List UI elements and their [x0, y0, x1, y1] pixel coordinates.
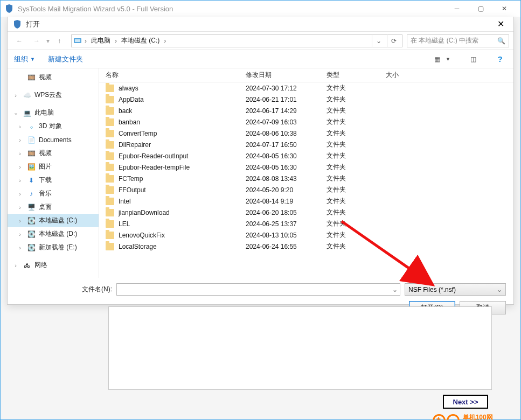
file-name: FCTemp	[119, 175, 143, 183]
file-row[interactable]: FCTemp2024-08-08 13:43文件夹	[99, 173, 513, 184]
folder-icon	[106, 186, 114, 194]
sidebar-item-drive-d[interactable]: ›💽本地磁盘 (D:)	[8, 227, 99, 241]
sidebar-item-videos[interactable]: 🎞️视频	[8, 71, 99, 84]
file-date: 2024-08-14 9:19	[239, 198, 320, 205]
sidebar-item-3dobjects[interactable]: ›⬦3D 对象	[8, 120, 99, 133]
file-row[interactable]: LenovoQuickFix2024-08-13 10:05文件夹	[99, 229, 513, 241]
file-name: back	[119, 107, 132, 115]
col-header-size[interactable]: 大小	[379, 71, 428, 80]
file-row[interactable]: jianpianDownload2024-06-20 18:05文件夹	[99, 207, 513, 218]
file-type: 文件夹	[320, 95, 379, 104]
file-date: 2024-06-24 16:55	[239, 243, 320, 250]
file-date: 2024-08-08 13:43	[239, 175, 320, 183]
file-row[interactable]: DllRepairer2024-07-17 16:50文件夹	[99, 139, 513, 150]
folder-icon	[106, 141, 114, 149]
file-type: 文件夹	[320, 242, 379, 251]
file-row[interactable]: LocalStorage2024-06-24 16:55文件夹	[99, 241, 513, 252]
new-folder-button[interactable]: 新建文件夹	[48, 54, 83, 64]
file-date: 2024-06-17 14:29	[239, 107, 320, 115]
folder-icon	[106, 175, 114, 183]
file-date: 2024-06-21 17:01	[239, 96, 320, 103]
chevron-down-icon: ⌄	[497, 286, 502, 293]
sidebar-item-downloads[interactable]: ›⬇下载	[8, 173, 99, 187]
file-date: 2024-06-20 18:05	[239, 209, 320, 216]
window-controls: ─ ▢ ✕	[445, 1, 516, 17]
sidebar-item-thispc[interactable]: ⌄💻此电脑	[8, 106, 99, 120]
file-row[interactable]: Epubor-Reader-outInput2024-08-05 16:30文件…	[99, 150, 513, 162]
folder-icon	[106, 220, 114, 228]
file-name: DllRepairer	[119, 141, 151, 149]
sidebar-item-drive-e[interactable]: ›💽新加载卷 (E:)	[8, 241, 99, 254]
search-input[interactable]: 在 本地磁盘 (C:) 中搜索 🔍	[407, 34, 509, 47]
file-row[interactable]: LEL2024-06-25 13:37文件夹	[99, 218, 513, 229]
file-date: 2024-08-13 10:05	[239, 232, 320, 239]
file-row[interactable]: FFOutput2024-05-20 9:20文件夹	[99, 184, 513, 195]
minimize-button[interactable]: ─	[445, 1, 469, 17]
column-headers: 名称 修改日期 类型 大小	[99, 68, 513, 82]
sidebar-item-desktop[interactable]: ›🖥️桌面	[8, 200, 99, 214]
close-button[interactable]: ✕	[492, 1, 516, 17]
sidebar-item-documents[interactable]: ›📄Documents	[8, 133, 99, 146]
sidebar-item-wps[interactable]: ›☁️WPS云盘	[8, 88, 99, 102]
location-dropdown[interactable]: ⌄	[372, 34, 385, 47]
filetype-select[interactable]: NSF Files (*.nsf)⌄	[405, 283, 506, 296]
organize-menu[interactable]: 组织▼	[14, 54, 35, 64]
folder-icon	[106, 198, 114, 205]
file-type: 文件夹	[320, 83, 379, 93]
outer-body: 打开 ✕ ← → ▾ ↑ › 此电脑 › 本地磁盘 (C:) › ⌄ ⟳	[1, 17, 520, 419]
file-row[interactable]: Intel2024-08-14 9:19文件夹	[99, 195, 513, 207]
file-name: LenovoQuickFix	[119, 232, 165, 239]
sidebar-item-network[interactable]: ›🖧网络	[8, 258, 99, 272]
file-date: 2024-05-20 9:20	[239, 186, 320, 194]
file-date: 2024-08-05 16:30	[239, 152, 320, 160]
preview-pane-button[interactable]: ◫	[466, 53, 480, 66]
below-area: Next >> 单机100网 danji100.com	[7, 306, 514, 419]
file-row[interactable]: ConvertTemp2024-08-06 10:38文件夹	[99, 128, 513, 139]
forward-button[interactable]: →	[29, 34, 44, 48]
folder-icon	[106, 209, 114, 216]
chevron-down-icon[interactable]: ⌄	[392, 286, 398, 293]
file-row[interactable]: Epubor-Reader-tempFile2024-08-05 16:30文件…	[99, 162, 513, 173]
file-type: 文件夹	[320, 219, 379, 228]
crumb-root[interactable]: 此电脑	[89, 36, 113, 45]
view-mode-button[interactable]: ▦▼	[432, 53, 453, 66]
nav-bar: ← → ▾ ↑ › 此电脑 › 本地磁盘 (C:) › ⌄ ⟳ 在 本地磁盘 (…	[8, 32, 513, 50]
col-header-name[interactable]: 名称	[99, 71, 239, 80]
chevron-icon: ›	[115, 37, 117, 45]
sidebar-item-music[interactable]: ›♪音乐	[8, 187, 99, 200]
col-header-type[interactable]: 类型	[320, 71, 379, 80]
col-header-date[interactable]: 修改日期	[239, 71, 320, 80]
help-button[interactable]: ?	[493, 53, 507, 66]
maximize-button[interactable]: ▢	[469, 1, 492, 17]
dialog-close-button[interactable]: ✕	[493, 17, 508, 32]
file-row[interactable]: always2024-07-30 17:12文件夹	[99, 82, 513, 94]
file-type: 文件夹	[320, 163, 379, 172]
sidebar-item-videos2[interactable]: ›🎞️视频	[8, 146, 99, 160]
folder-icon	[106, 85, 114, 92]
next-button[interactable]: Next >>	[443, 395, 488, 409]
file-name: Epubor-Reader-outInput	[119, 152, 188, 160]
folder-icon	[106, 152, 114, 160]
file-row[interactable]: AppData2024-06-21 17:01文件夹	[99, 94, 513, 105]
file-type: 文件夹	[320, 151, 379, 160]
up-button[interactable]: ↑	[52, 34, 67, 48]
file-type: 文件夹	[320, 197, 379, 206]
refresh-button[interactable]: ⟳	[387, 34, 400, 47]
location-bar[interactable]: › 此电脑 › 本地磁盘 (C:) › ⌄ ⟳	[71, 34, 402, 47]
folder-icon	[106, 243, 114, 250]
dialog-title: 打开	[26, 19, 493, 29]
sidebar-item-pictures[interactable]: ›🖼️图片	[8, 160, 99, 173]
file-type: 文件夹	[320, 185, 379, 194]
crumb-drive[interactable]: 本地磁盘 (C:)	[119, 36, 162, 45]
back-button[interactable]: ←	[12, 34, 27, 48]
filename-input[interactable]: ⌄	[116, 283, 400, 296]
file-type: 文件夹	[320, 106, 379, 115]
file-name: ConvertTemp	[119, 130, 157, 137]
file-date: 2024-08-06 10:38	[239, 130, 320, 137]
file-row[interactable]: banban2024-07-09 16:03文件夹	[99, 116, 513, 128]
sidebar-item-drive-c[interactable]: ›💽本地磁盘 (C:)	[8, 214, 99, 227]
sidebar: 🎞️视频 ›☁️WPS云盘 ⌄💻此电脑 ›⬦3D 对象 ›📄Documents …	[8, 68, 99, 278]
search-placeholder: 在 本地磁盘 (C:) 中搜索	[411, 36, 497, 45]
file-row[interactable]: back2024-06-17 14:29文件夹	[99, 105, 513, 116]
folder-icon	[106, 130, 114, 137]
